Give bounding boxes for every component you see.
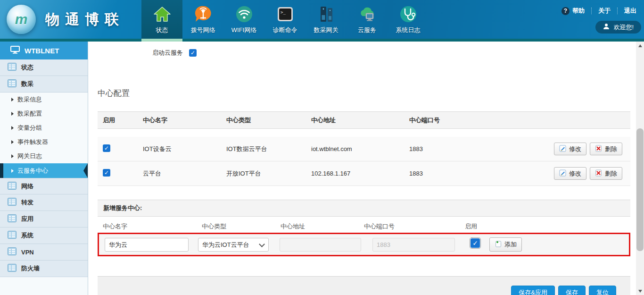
svg-text:>_: >_ xyxy=(281,10,286,15)
home-icon xyxy=(152,4,172,24)
page: m 物通博联 状态 拨号网络 WIFI网络 xyxy=(0,0,644,295)
sidebar-header: WTBLNET xyxy=(0,42,88,59)
edit-button[interactable]: 修改 xyxy=(554,143,586,155)
delete-icon xyxy=(595,145,602,153)
sidebar-item-event-trigger[interactable]: 事件触发器 xyxy=(0,135,88,149)
cloud-icon xyxy=(357,4,377,24)
save-apply-button[interactable]: 保存&应用 xyxy=(511,286,555,295)
delete-button[interactable]: 删除 xyxy=(590,143,622,155)
sidebar-item-network[interactable]: 网络 xyxy=(0,178,88,194)
center-address-input xyxy=(280,238,361,252)
sidebar-item-gateway-log[interactable]: 网关日志 xyxy=(0,149,88,163)
list-icon xyxy=(8,79,17,89)
center-name: IOT设备云 xyxy=(143,145,226,153)
list-icon xyxy=(8,198,17,207)
user-icon xyxy=(603,23,610,31)
link-divider xyxy=(591,8,592,14)
body: WTBLNET 状态 数采 数采信息 数采配置 变量分组 事件触发器 网关日志 … xyxy=(0,42,644,295)
syslog-icon xyxy=(398,4,418,24)
delete-icon xyxy=(595,169,602,178)
scrollbar-thumb[interactable] xyxy=(636,128,644,251)
nav-cloud-service[interactable]: 云服务 xyxy=(347,0,388,42)
sidebar-item-data-info[interactable]: 数采信息 xyxy=(0,93,88,107)
save-button[interactable]: 保存 xyxy=(558,286,586,295)
sidebar-title: WTBLNET xyxy=(25,47,59,55)
main-content: 启动云服务 中心配置 启用 中心名字 中心类型 中心地址 中心端口号 IOT设备… xyxy=(88,42,636,295)
sidebar-item-forwarding[interactable]: 转发 xyxy=(0,194,88,211)
add-form-row-highlighted: 华为云IOT云平台 添加 xyxy=(98,233,630,256)
list-icon xyxy=(8,231,17,240)
sidebar-item-cloud-service-center[interactable]: 云服务中心 xyxy=(0,163,88,178)
scroll-up-arrow[interactable] xyxy=(636,42,644,50)
logout-link[interactable]: 退出 xyxy=(624,7,636,15)
sidebar-item-variable-group[interactable]: 变量分组 xyxy=(0,121,88,135)
table-row: 云平台 开放IOT平台 102.168.1.167 1883 修改 删除 xyxy=(98,161,630,186)
reset-button[interactable]: 复位 xyxy=(589,286,616,295)
list-icon xyxy=(8,63,17,72)
logo-icon: m xyxy=(7,5,36,34)
list-icon xyxy=(8,214,17,224)
center-name-input[interactable] xyxy=(105,238,189,252)
add-enable-checkbox[interactable] xyxy=(471,238,480,248)
sidebar-item-data-config[interactable]: 数采配置 xyxy=(0,107,88,121)
sidebar-item-system[interactable]: 系统 xyxy=(0,228,88,244)
center-port: 1883 xyxy=(409,145,553,152)
list-icon xyxy=(8,247,17,257)
nav-data-gateway[interactable]: 数采网关 xyxy=(305,0,347,42)
center-port-input xyxy=(372,238,455,252)
welcome-button[interactable]: 欢迎您! xyxy=(595,21,641,34)
header-links: ? 帮助 关于 退出 xyxy=(561,7,636,15)
center-config-table: 启用 中心名字 中心类型 中心地址 中心端口号 IOT设备云 IOT数据云平台 … xyxy=(98,111,630,186)
nav-status[interactable]: 状态 xyxy=(141,0,182,42)
add-section-title: 新增服务中心: xyxy=(98,200,630,217)
sidebar-item-status[interactable]: 状态 xyxy=(0,59,88,76)
help-icon: ? xyxy=(561,7,570,15)
center-address: iot.wtblnet.com xyxy=(311,145,409,152)
nav-diagnostic-command[interactable]: >_ 诊断命令 xyxy=(264,0,305,42)
center-type-select-wrap: 华为云IOT云平台 xyxy=(198,238,269,252)
enable-cloud-checkbox[interactable] xyxy=(189,49,197,57)
delete-button[interactable]: 删除 xyxy=(590,167,622,180)
link-divider xyxy=(617,8,618,14)
about-link[interactable]: 关于 xyxy=(598,7,611,15)
section-title: 中心配置 xyxy=(98,88,130,99)
row-enable-checkbox[interactable] xyxy=(103,144,110,152)
table-header-row: 启用 中心名字 中心类型 中心地址 中心端口号 xyxy=(98,111,630,129)
center-type: IOT数据云平台 xyxy=(226,145,311,153)
list-icon xyxy=(8,264,17,273)
app-header: m 物通博联 状态 拨号网络 WIFI网络 xyxy=(0,0,644,42)
add-service-center-section: 新增服务中心: 中心名字 中心类型 中心地址 中心端口号 启用 华为云IOT云平… xyxy=(98,200,630,256)
gateway-icon xyxy=(316,4,336,24)
sidebar-item-firewall[interactable]: 防火墙 xyxy=(0,261,88,277)
nav-wifi-network[interactable]: WIFI网络 xyxy=(223,0,264,42)
center-address: 102.168.1.167 xyxy=(311,170,409,177)
edit-button[interactable]: 修改 xyxy=(554,167,586,180)
footer-action-bar: 保存&应用 保存 复位 xyxy=(98,276,630,295)
row-enable-checkbox[interactable] xyxy=(103,169,110,177)
sidebar-item-vpn[interactable]: VPN xyxy=(0,244,88,261)
table-row: IOT设备云 IOT数据云平台 iot.wtblnet.com 1883 修改 xyxy=(98,137,630,161)
logo: m 物通博联 xyxy=(7,5,124,34)
add-form-labels: 中心名字 中心类型 中心地址 中心端口号 启用 xyxy=(98,217,630,233)
enable-cloud-row: 启动云服务 xyxy=(152,49,197,57)
list-icon xyxy=(8,182,17,191)
help-link[interactable]: 帮助 xyxy=(572,7,585,15)
nav-system-log[interactable]: 系统日志 xyxy=(388,0,429,42)
top-nav: 状态 拨号网络 WIFI网络 >_ 诊断命令 xyxy=(141,0,429,42)
terminal-icon: >_ xyxy=(275,4,295,24)
edit-icon xyxy=(559,169,566,178)
center-type: 开放IOT平台 xyxy=(226,169,311,178)
edit-icon xyxy=(559,145,566,153)
center-type-select[interactable]: 华为云IOT云平台 xyxy=(198,238,269,252)
wifi-icon xyxy=(234,4,254,24)
sidebar-item-application[interactable]: 应用 xyxy=(0,211,88,228)
nav-dialup-network[interactable]: 拨号网络 xyxy=(182,0,223,42)
center-port: 1883 xyxy=(409,170,553,177)
scroll-down-arrow[interactable] xyxy=(636,287,644,295)
dialup-icon xyxy=(193,4,213,24)
add-button[interactable]: 添加 xyxy=(489,237,522,252)
add-icon xyxy=(495,240,502,249)
table-body: IOT设备云 IOT数据云平台 iot.wtblnet.com 1883 修改 xyxy=(98,137,630,186)
sidebar-item-data-collection[interactable]: 数采 xyxy=(0,76,88,93)
vertical-scrollbar[interactable] xyxy=(636,42,644,295)
